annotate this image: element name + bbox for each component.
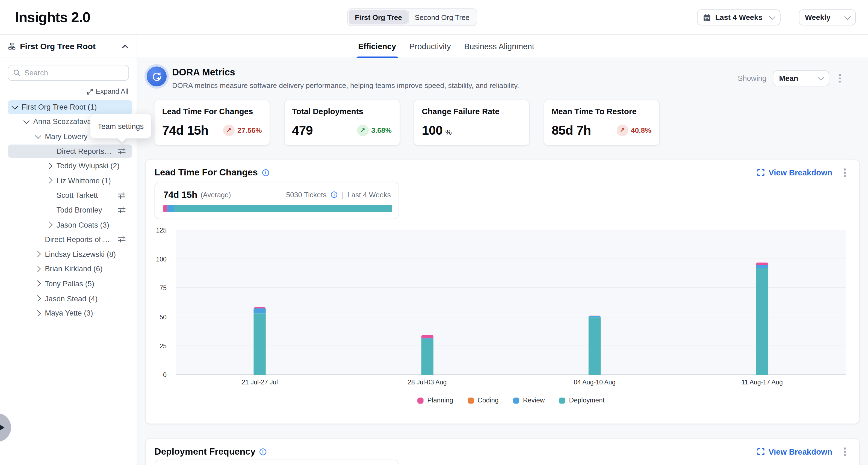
tree-item-label: Brian Kirkland (6) bbox=[45, 265, 102, 273]
stacked-bar[interactable] bbox=[254, 307, 266, 375]
collapse-sidebar-icon[interactable] bbox=[122, 44, 128, 49]
tree-item[interactable]: Maya Yette (3) bbox=[0, 306, 137, 320]
chevron-right-icon[interactable] bbox=[34, 294, 45, 302]
info-icon[interactable] bbox=[259, 448, 267, 456]
metric-value: 479 bbox=[292, 123, 313, 138]
chevron-right-icon[interactable] bbox=[46, 162, 57, 170]
chevron-down-icon bbox=[844, 13, 851, 20]
tree-item[interactable]: Liz Whittome (1) bbox=[0, 173, 137, 188]
lead-time-section: Lead Time For Changes View Breakdown bbox=[145, 159, 860, 424]
org-tree-tab-second[interactable]: Second Org Tree bbox=[409, 10, 475, 24]
team-settings-icon[interactable] bbox=[118, 147, 126, 155]
team-settings-icon[interactable] bbox=[118, 206, 126, 214]
tab-productivity[interactable]: Productivity bbox=[408, 35, 452, 58]
org-tree-tab-label: Second Org Tree bbox=[415, 13, 470, 21]
tree-item[interactable]: Brian Kirkland (6) bbox=[0, 262, 137, 277]
bar-segment-review bbox=[254, 308, 266, 314]
metric-card-lead-time: Lead Time For Changes 74d 15h ↗ 27.56% bbox=[154, 100, 270, 146]
tree-item-label: Anna Scozzafava bbox=[33, 118, 92, 126]
trend-up-icon: ↗ bbox=[223, 125, 235, 136]
section-title: Lead Time For Changes bbox=[154, 167, 258, 178]
tree-item[interactable]: Tony Pallas (5) bbox=[0, 277, 137, 291]
tickets-count: 5030 Tickets bbox=[286, 190, 327, 198]
bar-segment-deployment bbox=[589, 317, 601, 375]
tree-item-label: Jason Stead (4) bbox=[45, 294, 97, 303]
dora-menu-button[interactable] bbox=[836, 72, 844, 85]
tree-item[interactable]: Lindsay Liszewski (8) bbox=[0, 247, 137, 262]
expand-all-label: Expand All bbox=[96, 87, 128, 95]
tree-item-label: Mary Lowery bbox=[45, 132, 88, 141]
tree-item-direct-reports[interactable]: Direct Reports ... bbox=[0, 144, 137, 159]
section-menu-button[interactable] bbox=[841, 166, 849, 180]
team-settings-icon[interactable] bbox=[118, 191, 126, 199]
tree-item-root[interactable]: First Org Tree Root (1) bbox=[0, 100, 137, 115]
view-breakdown-button[interactable]: View Breakdown bbox=[758, 447, 833, 456]
chevron-down-icon[interactable] bbox=[34, 132, 45, 140]
legend-swatch bbox=[468, 397, 474, 403]
metric-delta: ↗ 40.8% bbox=[616, 125, 651, 136]
date-range-dropdown[interactable]: Last 4 Weeks bbox=[697, 9, 781, 25]
org-tree-tab-first[interactable]: First Org Tree bbox=[349, 10, 408, 24]
stacked-bar[interactable] bbox=[756, 263, 768, 375]
tree-item-label: Todd Bromley bbox=[57, 206, 102, 214]
dora-section-description: DORA metrics measure software delivery p… bbox=[172, 82, 519, 90]
delta-value: 3.68% bbox=[371, 126, 392, 134]
legend-item[interactable]: Coding bbox=[468, 396, 499, 404]
tree-item[interactable]: Teddy Wylupski (2) bbox=[0, 158, 137, 173]
chevron-spacer bbox=[46, 206, 57, 214]
tab-label: Business Alignment bbox=[464, 42, 534, 51]
tree-item[interactable]: Scott Tarkett bbox=[0, 188, 137, 203]
bar-slot bbox=[344, 230, 511, 375]
legend-item[interactable]: Planning bbox=[417, 396, 453, 404]
sidebar-title: First Org Tree Root bbox=[20, 41, 118, 51]
tree-item-label: Jason Coats (3) bbox=[57, 221, 109, 229]
tree-item-label: Liz Whittome (1) bbox=[57, 177, 111, 185]
chevron-down-icon[interactable] bbox=[11, 103, 22, 111]
search-input[interactable] bbox=[24, 69, 123, 77]
dora-metrics-icon bbox=[147, 66, 166, 86]
stacked-bar[interactable] bbox=[421, 335, 433, 375]
chevron-down-icon bbox=[769, 13, 775, 20]
summary-bar-segment-planning bbox=[163, 205, 167, 212]
chevron-right-icon[interactable] bbox=[46, 177, 57, 184]
tab-label: Efficiency bbox=[358, 42, 396, 51]
stacked-bar[interactable] bbox=[589, 315, 601, 375]
chevron-right-icon[interactable] bbox=[34, 251, 45, 258]
expand-all-button[interactable]: Expand All bbox=[87, 87, 128, 95]
tree-item[interactable]: Direct Reports of A... bbox=[0, 232, 137, 247]
aggregation-value: Mean bbox=[779, 74, 819, 83]
legend-item[interactable]: Review bbox=[513, 396, 545, 404]
legend-item[interactable]: Deployment bbox=[559, 396, 604, 404]
trend-up-icon: ↗ bbox=[357, 125, 369, 136]
tab-business-alignment[interactable]: Business Alignment bbox=[463, 35, 535, 58]
aggregation-dropdown[interactable]: Mean bbox=[773, 70, 830, 86]
view-breakdown-label: View Breakdown bbox=[769, 447, 832, 456]
metric-value: 100 bbox=[422, 123, 442, 138]
x-tick-label: 04 Aug-10 Aug bbox=[511, 379, 678, 385]
tree-item[interactable]: Todd Bromley bbox=[0, 203, 137, 217]
dora-metric-cards: Lead Time For Changes 74d 15h ↗ 27.56% T… bbox=[154, 100, 659, 146]
y-tick-label: 100 bbox=[156, 256, 166, 262]
chart-bars bbox=[176, 230, 846, 375]
granularity-dropdown[interactable]: Weekly bbox=[799, 9, 856, 25]
team-settings-icon[interactable] bbox=[118, 236, 126, 243]
sidebar-header: First Org Tree Root bbox=[0, 35, 137, 58]
tree-item[interactable]: Jason Coats (3) bbox=[0, 217, 137, 232]
org-tree-tab-label: First Org Tree bbox=[355, 13, 402, 21]
chevron-right-icon[interactable] bbox=[46, 221, 57, 229]
chevron-right-icon[interactable] bbox=[34, 265, 45, 273]
legend-swatch bbox=[417, 397, 423, 403]
info-icon[interactable] bbox=[331, 191, 338, 198]
metric-card-total-deployments: Total Deployments 479 ↗ 3.68% bbox=[284, 100, 400, 146]
section-menu-button[interactable] bbox=[841, 445, 849, 459]
tab-efficiency[interactable]: Efficiency bbox=[357, 35, 397, 58]
metric-value: 74d 15h bbox=[162, 123, 208, 138]
chevron-right-icon[interactable] bbox=[34, 309, 45, 317]
tree-item[interactable]: Jason Stead (4) bbox=[0, 291, 137, 306]
chevron-down-icon[interactable] bbox=[23, 118, 33, 125]
info-icon[interactable] bbox=[262, 169, 269, 177]
chevron-right-icon[interactable] bbox=[34, 280, 45, 287]
chart-y-axis: 0255075100125 bbox=[146, 230, 172, 375]
view-breakdown-button[interactable]: View Breakdown bbox=[758, 168, 833, 177]
bar-segment-planning bbox=[756, 263, 768, 265]
